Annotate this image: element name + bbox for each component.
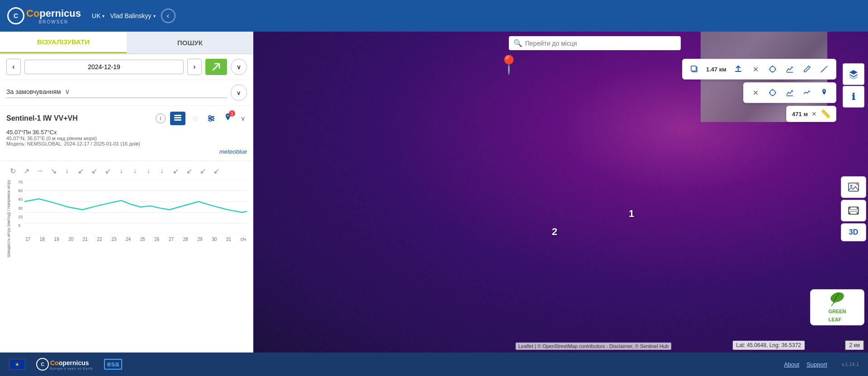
- svg-point-34: [850, 185, 853, 187]
- filter-label: За замовчуванням: [6, 88, 61, 95]
- logo-co: Co: [26, 8, 39, 19]
- user-dropdown-icon: ▾: [153, 14, 156, 19]
- x-label-21: 21: [83, 237, 88, 242]
- wind-arrow-9: ↓: [128, 164, 141, 177]
- sidebar: ВІЗУАЛІЗУВАТИ ПОШУК ‹ › ∨ За за: [0, 32, 253, 352]
- ruler-icon-2: 📏: [821, 109, 830, 119]
- close-distance-button[interactable]: ✕: [811, 110, 817, 118]
- chart-y-label: Швидкість вітру (км/год) / Напрямок вітр…: [6, 180, 16, 257]
- leaf-icon: [826, 291, 849, 307]
- back-button[interactable]: ‹: [161, 9, 175, 23]
- sentinel-expand-icon: ∨: [241, 115, 245, 122]
- film-tool-button[interactable]: [841, 200, 866, 221]
- chart-svg-container: 17 18 19 20 21 22 23 24 25 26 27: [24, 180, 247, 234]
- area-chart-button[interactable]: [782, 85, 798, 101]
- map-attribution: Leaflet | © OpenStreetMap contributors -…: [516, 343, 671, 350]
- date-navigation: ‹ › ∨: [0, 54, 253, 80]
- chart-button[interactable]: [782, 61, 798, 77]
- svg-point-17: [770, 66, 775, 72]
- filter-expand-button[interactable]: ∨: [231, 85, 247, 101]
- sentinel-star-button[interactable]: ☆: [190, 112, 201, 125]
- svg-rect-0: [174, 117, 181, 118]
- svg-rect-38: [849, 207, 850, 209]
- map-area[interactable]: 📍 1 2 🔍 ℹ: [253, 32, 868, 352]
- close-measure-2-button[interactable]: ✕: [747, 85, 764, 101]
- footer-copernicus-sub: Europe's eyes on Earth: [50, 367, 93, 370]
- measure-toolbar-2: ✕: [743, 82, 836, 103]
- distance-bar: 471 м ✕ 📏: [786, 106, 836, 122]
- back-icon: ‹: [167, 12, 169, 20]
- date-prev-button[interactable]: ‹: [6, 59, 21, 75]
- logo-subtitle: BROWSER: [26, 19, 81, 24]
- svg-rect-1: [174, 119, 181, 121]
- layer-icon: [174, 114, 182, 122]
- wind-arrow-11: ↓: [156, 164, 168, 177]
- chart-area: 75 60 45 30 15 0: [18, 180, 247, 234]
- logo-pernicus: pernicus: [39, 8, 81, 19]
- layers-icon: [849, 69, 859, 79]
- copy-button[interactable]: [686, 61, 702, 77]
- tab-visualize[interactable]: ВІЗУАЛІЗУВАТИ: [0, 32, 127, 53]
- image-tool-button[interactable]: [841, 176, 866, 198]
- crosshair-1-button[interactable]: [764, 61, 781, 77]
- svg-rect-40: [849, 212, 850, 214]
- footer-logo-text-group: Coopernicus Europe's eyes on Earth: [50, 359, 93, 370]
- crosshair-2-button[interactable]: [764, 85, 781, 101]
- wind-arrow-1: ↗: [20, 164, 33, 177]
- distance-display: 1.47 км: [703, 66, 729, 73]
- sentinel-info-button[interactable]: i: [156, 113, 166, 123]
- wind-arrow-6: ↙: [88, 164, 100, 177]
- wind-arrow-12: ↙: [169, 164, 182, 177]
- pin-2-button[interactable]: [816, 85, 832, 101]
- close-measure-1-button[interactable]: ✕: [747, 61, 764, 77]
- main-content: ВІЗУАЛІЗУВАТИ ПОШУК ‹ › ∨ За за: [0, 32, 868, 352]
- crosshair-icon-2: [768, 89, 777, 97]
- wind-arrows-row: ↻ ↗ → ↘ ↓ ↙ ↙ ↙ ↓ ↓ ↓ ↓ ↙ ↙ ↙ ↙: [6, 164, 247, 177]
- date-go-button[interactable]: [205, 59, 227, 75]
- date-expand-button[interactable]: ∨: [231, 59, 247, 75]
- ruler-1-button[interactable]: [816, 61, 832, 77]
- pencil-button[interactable]: [799, 61, 815, 77]
- svg-line-25: [822, 70, 823, 71]
- coords-detail2: Модель: NEMSGLOBAL, 2024-12-17 / 2025-01…: [6, 141, 247, 146]
- tab-search[interactable]: ПОШУК: [127, 32, 253, 53]
- sentinel-pin-button[interactable]: 1: [222, 111, 234, 125]
- filter-row: За замовчуванням ∨ ∨: [0, 80, 253, 106]
- upload-button[interactable]: [730, 61, 746, 77]
- 3d-button[interactable]: 3D: [841, 223, 866, 241]
- green-leaf-text: GREEN LEAF: [828, 307, 846, 323]
- map-layers-button[interactable]: [843, 63, 864, 85]
- svg-rect-16: [691, 66, 696, 71]
- meteoblue-logo: meteoblue: [6, 148, 247, 155]
- sentinel-layer-button[interactable]: [170, 112, 185, 125]
- y-tick-60: 60: [18, 188, 23, 193]
- support-link[interactable]: Support: [806, 361, 827, 368]
- map-annotation-2: 2: [552, 226, 557, 238]
- logo: C Copernicus BROWSER: [7, 7, 81, 24]
- date-input[interactable]: [24, 60, 184, 74]
- wind-arrow-14: ↙: [196, 164, 209, 177]
- image-tool-icon: [848, 181, 859, 193]
- language-selector[interactable]: UK ▾: [92, 12, 104, 19]
- x-label-20: 20: [68, 237, 73, 242]
- svg-point-44: [829, 291, 845, 304]
- map-search-input[interactable]: [525, 40, 676, 47]
- line-chart-button[interactable]: [799, 85, 815, 101]
- sliders-icon: [207, 114, 215, 122]
- svg-point-6: [209, 115, 211, 118]
- x-label-30: 30: [212, 237, 217, 242]
- green-text-line2: LEAF: [828, 317, 841, 322]
- sentinel-sliders-button[interactable]: [205, 113, 217, 124]
- map-info-button[interactable]: ℹ: [843, 86, 864, 108]
- x-label-27: 27: [169, 237, 174, 242]
- x-axis-labels: 17 18 19 20 21 22 23 24 25 26 27: [24, 237, 247, 242]
- sentinel-expand-button[interactable]: ∨: [239, 113, 247, 124]
- user-menu[interactable]: Vlad Balinskyy ▾: [110, 12, 155, 19]
- upload-icon: [734, 65, 742, 73]
- date-next-button[interactable]: ›: [187, 59, 202, 75]
- info-text-icon: ℹ: [852, 91, 855, 102]
- x-label-17: 17: [25, 237, 30, 242]
- chart-with-ylabel: Швидкість вітру (км/год) / Напрямок вітр…: [6, 180, 247, 257]
- about-link[interactable]: About: [784, 361, 799, 368]
- map-location-pin[interactable]: 📍: [498, 54, 520, 75]
